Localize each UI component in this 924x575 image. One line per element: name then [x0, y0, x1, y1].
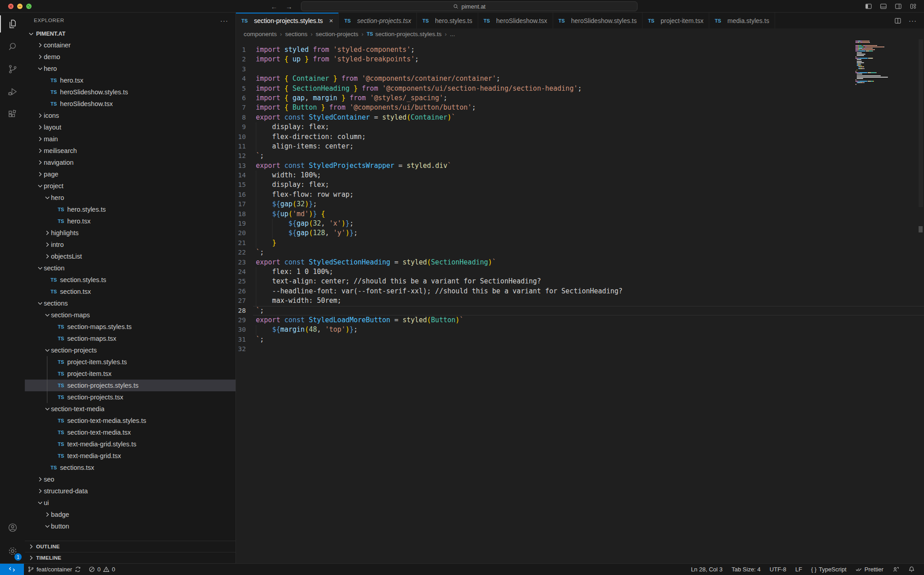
folder-item-layout[interactable]: layout — [25, 121, 236, 133]
code-line[interactable]: 23export const StyledSectionHeading = st… — [236, 258, 924, 267]
folder-item-highlights[interactable]: highlights — [25, 227, 236, 239]
file-item-section-text-media.styles.ts[interactable]: TSsection-text-media.styles.ts — [25, 415, 236, 427]
folder-item-navigation[interactable]: navigation — [25, 157, 236, 168]
folder-item-demo[interactable]: demo — [25, 51, 236, 63]
editor-tab[interactable]: TSmedia.styles.ts — [709, 13, 775, 28]
file-item-hero.styles.ts[interactable]: TShero.styles.ts — [25, 204, 236, 215]
toggle-panel-icon[interactable] — [880, 3, 887, 10]
code-line[interactable]: 31`; — [236, 335, 924, 344]
code-line[interactable]: 2import { up } from 'styled-breakpoints'… — [236, 55, 924, 64]
folder-item-section-maps[interactable]: section-maps — [25, 309, 236, 321]
formatter-status[interactable]: Prettier — [851, 564, 888, 575]
folder-item-sections[interactable]: sections — [25, 297, 236, 309]
code-line[interactable]: 3 — [236, 65, 924, 74]
editor-tab[interactable]: TSproject-item.tsx — [642, 13, 709, 28]
code-line[interactable]: 32 — [236, 344, 924, 354]
navigate-back-button[interactable]: ← — [271, 3, 277, 10]
timeline-section[interactable]: TIMELINE — [25, 552, 236, 563]
navigate-forward-button[interactable]: → — [286, 3, 292, 10]
folder-item-ui[interactable]: ui — [25, 497, 236, 509]
code-line[interactable]: 25 text-align: center; //should this be … — [236, 277, 924, 286]
feedback-button[interactable] — [888, 564, 904, 575]
file-item-section-maps.tsx[interactable]: TSsection-maps.tsx — [25, 333, 236, 344]
folder-item-container[interactable]: container — [25, 39, 236, 51]
folder-item-seo[interactable]: seo — [25, 473, 236, 485]
file-item-section-maps.styles.ts[interactable]: TSsection-maps.styles.ts — [25, 321, 236, 333]
code-line[interactable]: 27 max-width: 50rem; — [236, 296, 924, 306]
file-item-hero.tsx[interactable]: TShero.tsx — [25, 74, 236, 86]
toggle-primary-sidebar-icon[interactable] — [865, 3, 872, 10]
explorer-more-actions-icon[interactable]: ··· — [220, 17, 228, 24]
editor-more-actions-icon[interactable]: ··· — [909, 17, 917, 24]
code-line[interactable]: 7import { Button } from '@components/ui/… — [236, 103, 924, 112]
file-item-section.styles.ts[interactable]: TSsection.styles.ts — [25, 274, 236, 286]
problems-indicator[interactable]: 0 0 — [85, 564, 119, 575]
folder-item-section-text-media[interactable]: section-text-media — [25, 403, 236, 415]
language-mode[interactable]: { } TypeScript — [807, 564, 851, 575]
file-item-project-item.tsx[interactable]: TSproject-item.tsx — [25, 368, 236, 380]
activity-settings[interactable]: 1 — [0, 539, 25, 563]
file-item-section-projects.styles.ts[interactable]: TSsection-projects.styles.ts — [25, 380, 236, 391]
activity-extensions[interactable] — [0, 103, 25, 125]
file-item-heroSlideshow.styles.ts[interactable]: TSheroSlideshow.styles.ts — [25, 86, 236, 98]
breadcrumb-item[interactable]: section-projects — [316, 31, 359, 37]
file-item-project-item.styles.ts[interactable]: TSproject-item.styles.ts — [25, 356, 236, 368]
encoding[interactable]: UTF-8 — [765, 564, 791, 575]
editor-tab[interactable]: TSheroSlideshow.styles.ts — [553, 13, 643, 28]
activity-explorer[interactable] — [0, 13, 25, 35]
file-item-section-text-media.tsx[interactable]: TSsection-text-media.tsx — [25, 427, 236, 438]
close-window-button[interactable] — [8, 4, 14, 9]
editor-tab[interactable]: TShero.styles.ts — [417, 13, 478, 28]
code-line[interactable]: 5import { SectionHeading } from '@compon… — [236, 84, 924, 93]
editor-scrollbar[interactable] — [919, 39, 923, 207]
command-center-search[interactable]: piment.at — [301, 1, 638, 11]
code-line[interactable]: 15 display: flex; — [236, 180, 924, 190]
indentation[interactable]: Tab Size: 4 — [727, 564, 765, 575]
code-line[interactable]: 8export const StyledContainer = styled(C… — [236, 113, 924, 122]
file-item-sections.tsx[interactable]: TSsections.tsx — [25, 462, 236, 473]
breadcrumb-item[interactable]: TSsection-projects.styles.ts — [367, 31, 442, 37]
folder-item-intro[interactable]: intro — [25, 239, 236, 250]
folder-item-meilisearch[interactable]: meilisearch — [25, 145, 236, 157]
folder-item-section-projects[interactable]: section-projects — [25, 344, 236, 356]
breadcrumb-item[interactable]: components — [244, 31, 277, 37]
code-line[interactable]: 21 } — [236, 238, 924, 248]
folder-item-main[interactable]: main — [25, 133, 236, 145]
folder-item-structured-data[interactable]: structured-data — [25, 485, 236, 497]
code-line[interactable]: 18 ${up('md')} { — [236, 209, 924, 219]
breadcrumb-item[interactable]: sections — [285, 31, 308, 37]
file-item-text-media-grid.tsx[interactable]: TStext-media-grid.tsx — [25, 450, 236, 462]
minimap[interactable] — [855, 41, 915, 87]
close-tab-icon[interactable]: × — [329, 17, 333, 24]
activity-account[interactable] — [0, 516, 25, 539]
folder-item-section[interactable]: section — [25, 262, 236, 274]
activity-source-control[interactable] — [0, 58, 25, 80]
zoom-window-button[interactable] — [26, 4, 32, 9]
folder-item-page[interactable]: page — [25, 168, 236, 180]
editor-tab[interactable]: TSsection-projects.tsx — [339, 13, 417, 28]
code-editor[interactable]: 1import styled from 'styled-components';… — [236, 39, 924, 563]
cursor-position[interactable]: Ln 28, Col 3 — [686, 564, 727, 575]
outline-section[interactable]: OUTLINE — [25, 541, 236, 552]
workspace-root[interactable]: PIMENT.AT — [25, 28, 236, 39]
file-item-heroSlideshow.tsx[interactable]: TSheroSlideshow.tsx — [25, 98, 236, 110]
split-editor-icon[interactable] — [894, 17, 901, 24]
code-line[interactable]: 19 ${gap(32, 'x')}; — [236, 219, 924, 228]
folder-item-button[interactable]: button — [25, 520, 236, 532]
folder-item-hero[interactable]: hero — [25, 192, 236, 204]
code-line[interactable]: 20 ${gap(128, 'y')}; — [236, 228, 924, 238]
branch-indicator[interactable]: feat/container — [24, 564, 85, 575]
code-line[interactable]: 28`; — [236, 306, 924, 315]
file-item-text-media-grid.styles.ts[interactable]: TStext-media-grid.styles.ts — [25, 438, 236, 450]
activity-run-debug[interactable] — [0, 80, 25, 103]
remote-indicator[interactable] — [0, 564, 24, 575]
code-line[interactable]: 26 --headline-font: var(--font-serif-xxl… — [236, 287, 924, 296]
toggle-secondary-sidebar-icon[interactable] — [895, 3, 902, 10]
folder-item-project[interactable]: project — [25, 180, 236, 192]
code-line[interactable]: 10 flex-direction: column; — [236, 132, 924, 142]
breadcrumb-item[interactable]: ... — [450, 31, 455, 37]
code-line[interactable]: 24 flex: 1 0 100%; — [236, 267, 924, 277]
code-line[interactable]: 1import styled from 'styled-components'; — [236, 45, 924, 55]
code-line[interactable]: 30 ${margin(48, 'top')}; — [236, 325, 924, 334]
code-line[interactable]: 13export const StyledProjectsWrapper = s… — [236, 161, 924, 171]
